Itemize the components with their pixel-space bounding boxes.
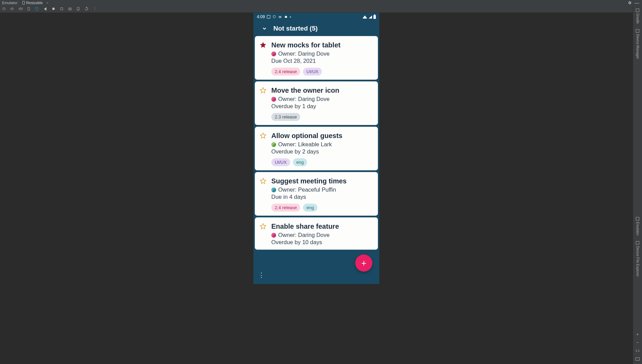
owner-avatar <box>271 142 276 147</box>
tag-row: UI/UXeng <box>271 158 372 166</box>
tag-row: 2.4 releaseeng <box>271 204 372 212</box>
svg-point-6 <box>78 9 78 10</box>
reload-icon[interactable] <box>84 7 89 11</box>
ide-tab-bar: Emulator: Resizable × — <box>0 0 642 5</box>
volume-up-icon[interactable] <box>10 7 14 11</box>
sync-icon <box>278 15 282 19</box>
emulator-toolbar: ⋮ <box>0 5 642 13</box>
power-icon[interactable] <box>1 7 6 11</box>
section-header[interactable]: Not started (5) <box>253 21 379 36</box>
due-label: Overdue by 10 days <box>271 239 372 246</box>
file-explorer-icon <box>636 241 639 244</box>
volume-down-icon[interactable] <box>18 7 23 11</box>
svg-rect-10 <box>285 16 286 16</box>
task-card[interactable]: Suggest meeting timesOwner: Peaceful Puf… <box>255 172 378 216</box>
svg-rect-2 <box>61 8 63 10</box>
svg-rect-9 <box>285 16 287 18</box>
owner-avatar <box>271 52 276 56</box>
star-toggle[interactable] <box>260 222 267 246</box>
due-label: Overdue by 1 day <box>271 103 372 110</box>
task-card[interactable]: Allow optional guestsOwner: Likeable Lar… <box>255 127 378 170</box>
tag-row: 2.3 release <box>271 113 372 121</box>
task-title: Suggest meeting times <box>271 177 372 185</box>
android-status-bar: 4:09 <box>253 13 379 21</box>
clock: 4:09 <box>257 14 265 19</box>
emulator-icon <box>636 217 639 220</box>
svg-point-4 <box>69 8 70 9</box>
task-card[interactable]: New mocks for tabletOwner: Daring DoveDu… <box>255 36 378 80</box>
zoom-in-icon[interactable]: + <box>634 331 641 337</box>
emulator-label: Emulator: <box>2 1 18 5</box>
svg-rect-0 <box>28 7 29 10</box>
home-icon[interactable] <box>51 7 56 11</box>
fab-add-button[interactable]: + <box>355 254 372 272</box>
star-toggle[interactable] <box>260 86 267 121</box>
owner-avatar <box>271 97 276 102</box>
tag-chip[interactable]: UI/UX <box>271 158 290 166</box>
rail-file-explorer[interactable]: Device File Explorer <box>636 239 640 278</box>
owner-row: Owner: Daring Dove <box>271 96 372 102</box>
owner-row: Owner: Daring Dove <box>271 232 372 238</box>
tag-chip[interactable]: eng <box>303 204 317 212</box>
minimize-icon[interactable]: — <box>634 0 639 5</box>
device-tab[interactable]: Resizable × <box>22 1 48 5</box>
phone-icon <box>22 1 25 4</box>
owner-avatar <box>271 233 276 238</box>
tag-row: 2.4 releaseUI/UX <box>271 68 372 76</box>
owner-row: Owner: Likeable Lark <box>271 141 372 148</box>
owner-avatar <box>271 187 276 192</box>
back-icon[interactable] <box>43 7 47 11</box>
task-title: Allow optional guests <box>271 132 372 140</box>
star-toggle[interactable] <box>260 132 267 166</box>
task-list[interactable]: New mocks for tabletOwner: Daring DoveDu… <box>253 36 379 266</box>
owner-label: Owner: Peaceful Puffin <box>278 186 336 193</box>
owner-label: Owner: Daring Dove <box>278 50 329 57</box>
task-title: New mocks for tablet <box>271 41 372 49</box>
overview-icon[interactable] <box>59 7 64 11</box>
status-app-icon <box>267 15 270 19</box>
tab-name: Resizable <box>26 1 43 5</box>
briefcase-icon <box>284 15 288 19</box>
svg-rect-3 <box>68 8 72 10</box>
emulator-workspace: 4:09 Not started (5) New mocks for table… <box>0 13 633 364</box>
settings-icon[interactable] <box>628 1 632 5</box>
tag-chip[interactable]: UI/UX <box>303 68 322 76</box>
overflow-menu-icon[interactable]: ⋮ <box>258 271 264 279</box>
wifi-icon <box>362 15 367 19</box>
shield-icon <box>272 15 276 19</box>
task-card[interactable]: Move the owner iconOwner: Daring DoveOve… <box>255 81 378 125</box>
screen-record-icon[interactable] <box>76 7 80 11</box>
tag-chip[interactable]: 2.3 release <box>271 113 300 121</box>
rotate-left-icon[interactable] <box>26 7 31 11</box>
tag-chip[interactable]: eng <box>293 158 307 166</box>
due-label: Overdue by 2 days <box>271 148 372 155</box>
star-toggle[interactable] <box>260 41 267 76</box>
gradle-icon <box>636 9 639 12</box>
zoom-controls: + − 1:1 <box>633 331 642 362</box>
rail-device-manager[interactable]: Device Manager <box>636 27 640 61</box>
zoom-out-icon[interactable]: − <box>634 339 641 345</box>
owner-label: Owner: Daring Dove <box>278 232 329 238</box>
tag-chip[interactable]: 2.4 release <box>271 68 300 76</box>
close-tab-icon[interactable]: × <box>46 1 48 5</box>
task-card[interactable]: Enable share featureOwner: Daring DoveOv… <box>255 217 378 250</box>
battery-icon <box>373 15 376 19</box>
screenshot-icon[interactable] <box>67 7 72 11</box>
chevron-down-icon <box>262 26 267 31</box>
notification-dot-icon <box>290 16 291 18</box>
rail-gradle[interactable]: Gradle <box>636 7 640 26</box>
emulator-device-frame: 4:09 Not started (5) New mocks for table… <box>253 13 379 284</box>
rail-emulator[interactable]: Emulator <box>636 215 640 238</box>
svg-rect-1 <box>36 7 37 10</box>
right-tool-rail: Gradle Device Manager Emulator Device Fi… <box>633 5 642 364</box>
zoom-actual-icon[interactable]: 1:1 <box>634 348 641 354</box>
rotate-right-icon[interactable] <box>34 7 39 11</box>
task-title: Enable share feature <box>271 222 372 230</box>
tag-chip[interactable]: 2.4 release <box>271 204 300 212</box>
owner-label: Owner: Likeable Lark <box>278 141 332 148</box>
owner-label: Owner: Daring Dove <box>278 96 329 102</box>
star-toggle[interactable] <box>260 177 267 212</box>
zoom-fit-icon[interactable] <box>634 356 641 362</box>
signal-icon <box>369 15 372 19</box>
more-icon[interactable]: ⋮ <box>92 7 97 11</box>
